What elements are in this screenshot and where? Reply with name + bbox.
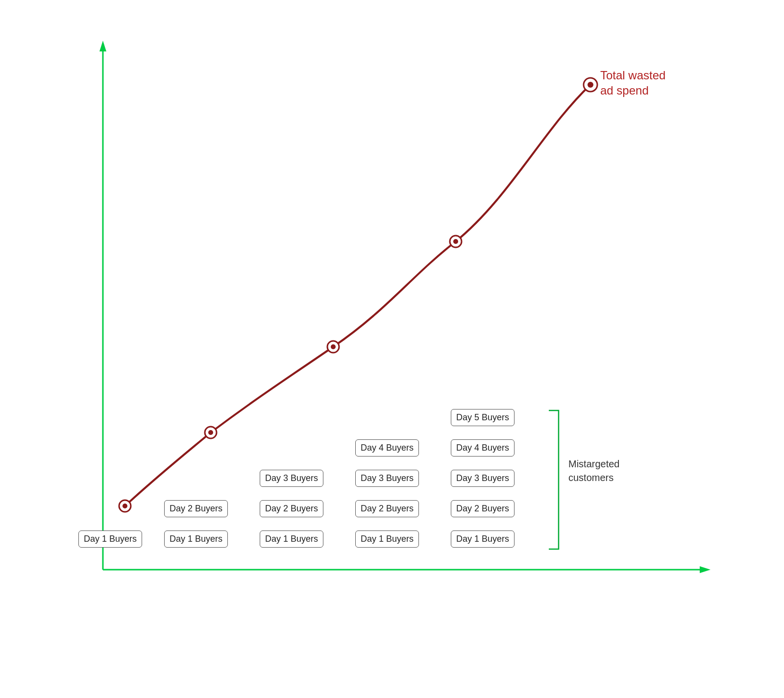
buyer-box-col4-row3: Day 4 Buyers bbox=[451, 439, 514, 457]
svg-marker-3 bbox=[700, 566, 710, 573]
buyer-box-col4-row2: Day 3 Buyers bbox=[451, 470, 514, 487]
chart-svg bbox=[49, 31, 735, 668]
buyer-box-col4-row4: Day 5 Buyers bbox=[451, 409, 514, 426]
svg-point-5 bbox=[122, 504, 127, 508]
svg-point-9 bbox=[331, 344, 336, 349]
total-wasted-label: Total wasted ad spend bbox=[600, 68, 665, 98]
chart-container: Total wasted ad spend Mistargetedcustome… bbox=[49, 31, 735, 668]
svg-marker-1 bbox=[99, 41, 106, 51]
buyer-box-col3-row0: Day 1 Buyers bbox=[355, 530, 419, 548]
buyer-box-col3-row3: Day 4 Buyers bbox=[355, 439, 419, 457]
buyer-box-col4-row1: Day 2 Buyers bbox=[451, 500, 514, 517]
buyer-box-col3-row2: Day 3 Buyers bbox=[355, 470, 419, 487]
buyer-box-col2-row1: Day 2 Buyers bbox=[260, 500, 323, 517]
svg-point-11 bbox=[453, 239, 458, 244]
buyer-box-col3-row1: Day 2 Buyers bbox=[355, 500, 419, 517]
mistargeted-customers-label: Mistargetedcustomers bbox=[568, 457, 620, 484]
buyer-box-col1-row0: Day 1 Buyers bbox=[164, 530, 228, 548]
buyer-box-col1-row1: Day 2 Buyers bbox=[164, 500, 228, 517]
svg-point-13 bbox=[588, 82, 593, 88]
buyer-box-col2-row0: Day 1 Buyers bbox=[260, 530, 323, 548]
buyer-box-col4-row0: Day 1 Buyers bbox=[451, 530, 514, 548]
svg-point-7 bbox=[208, 430, 213, 435]
buyer-box-col2-row2: Day 3 Buyers bbox=[260, 470, 323, 487]
buyer-box-col0-row0: Day 1 Buyers bbox=[78, 530, 142, 548]
